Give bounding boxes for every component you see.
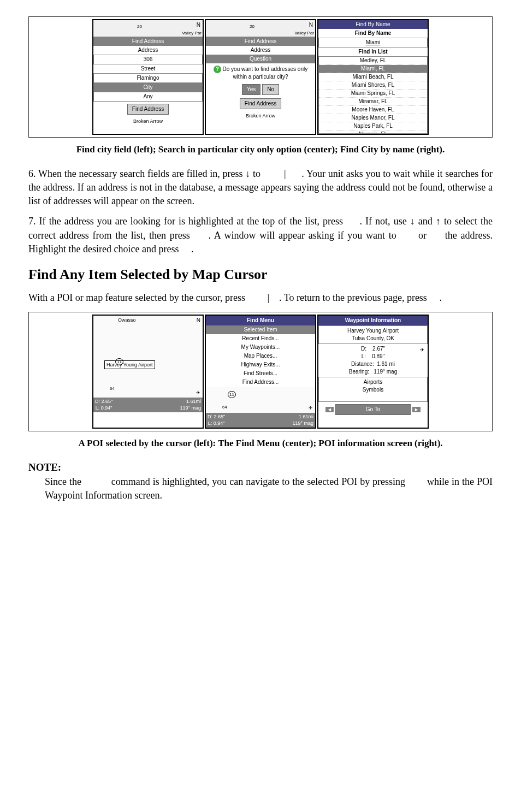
map-label: Valley Par — [182, 30, 202, 36]
city-label: Owasso — [118, 317, 136, 324]
list-item: Medley, FL — [319, 57, 427, 65]
menu-item: Selected Item — [206, 325, 315, 334]
note-block: NOTE: Since the command is highlighted, … — [28, 460, 493, 502]
step-7: 7. If the address you are looking for is… — [28, 215, 493, 256]
airplane-icon: ✈ — [420, 346, 424, 354]
question-panel: 20 N Valley Par Find Address Address Que… — [205, 19, 316, 135]
route-marker: 20 — [137, 23, 142, 29]
question-icon: ? — [214, 66, 221, 73]
airplane-icon: ✈ — [309, 405, 313, 412]
find-address-panel: 20 N Valley Par Find Address Address 306… — [92, 19, 204, 135]
street-label: Street — [93, 64, 203, 73]
menu-list: Selected Item Recent Finds... My Waypoin… — [206, 325, 315, 387]
address-label: Address — [206, 46, 315, 55]
map-cursor-panel: Owasso N Harvey Young Airport 11 64 ✈ D:… — [92, 315, 204, 429]
poi-label: Harvey Young Airport — [104, 360, 155, 370]
panel-title-2: Find By Name — [318, 29, 428, 38]
coords-box: D: 2.67" L: 0.89" Distance: 1.61 mi Bear… — [318, 344, 428, 377]
list-item: Miramar, FL — [319, 98, 427, 106]
figure-1-panels: 20 N Valley Par Find Address Address 306… — [28, 16, 493, 138]
compass-icon: N — [309, 21, 313, 29]
panel-title: Find Address — [206, 37, 315, 46]
panel-title: Find Address — [93, 37, 203, 46]
bottom-bar: D: 2.65"L: 0.94" 1.61mi119° mag — [206, 413, 315, 428]
route-icon: 64 — [110, 386, 115, 392]
list-item: Miami Beach, FL — [319, 73, 427, 81]
route-icon: 11 — [228, 391, 236, 398]
list-item: Naples Park, FL — [319, 122, 427, 131]
button-row: Find Address — [93, 102, 203, 117]
result-list: Medley, FL Miami, FL Miami Beach, FL Mia… — [318, 56, 428, 134]
city-value: Any — [93, 92, 203, 102]
category-box: Airports Symbols — [318, 377, 428, 402]
no-button: No — [262, 84, 279, 95]
down-arrow-icon: ↓ — [410, 216, 415, 227]
menu-item: My Waypoints... — [206, 343, 315, 352]
list-item: Miami, FL — [319, 65, 427, 73]
find-in-list-label: Find In List — [318, 48, 428, 56]
menu-item: Find Streets... — [206, 369, 315, 378]
down-arrow-icon: ↓ — [245, 168, 250, 179]
list-item: Naples Manor, FL — [319, 114, 427, 122]
menu-title: Find Menu — [206, 316, 315, 325]
figure-1-caption: Find city field (left); Search in partic… — [28, 143, 493, 156]
find-address-button: Find Address — [240, 98, 281, 109]
note-body: Since the command is highlighted, you ca… — [45, 475, 493, 502]
find-by-name-panel: Find By Name Find By Name Miami Find In … — [317, 19, 429, 135]
compass-icon: N — [197, 21, 200, 29]
map-label: Valley Par — [294, 30, 314, 36]
map-area: 20 N Valley Par — [206, 20, 315, 37]
yes-no-row: Yes No — [206, 83, 315, 96]
list-item: Naranja, FL — [319, 131, 427, 134]
route-icon: 64 — [222, 404, 227, 410]
question-box: ? Do you want to find addresses only wit… — [206, 63, 315, 83]
goto-row: ◄ Go To ► — [318, 402, 428, 417]
menu-item: Recent Finds... — [206, 334, 315, 343]
bottom-bar: D: 2.65"L: 0.94" 1.61mi119° mag — [93, 398, 203, 412]
map-view: Owasso N Harvey Young Airport 11 64 ✈ — [93, 316, 203, 398]
section-heading: Find Any Item Selected by Map Cursor — [28, 265, 493, 285]
address-label: Address — [93, 46, 203, 55]
name-input: Miami — [318, 38, 428, 48]
address-value: 306 — [93, 55, 203, 64]
panel-title: Waypoint Information — [318, 316, 428, 325]
step-6: 6. When the necessary search fields are … — [28, 167, 493, 209]
map-cursor-paragraph: With a POI or map feature selected by th… — [28, 291, 493, 305]
question-label: Question — [206, 55, 315, 63]
find-address-button: Find Address — [127, 104, 169, 115]
map-area: 20 N Valley Par — [93, 20, 203, 37]
menu-item: Find Address... — [206, 378, 315, 387]
compass-icon: N — [197, 317, 200, 324]
list-item: Miami Springs, FL — [319, 90, 427, 98]
menu-item: Map Places... — [206, 352, 315, 360]
list-item: Moore Haven, FL — [319, 106, 427, 114]
street-value: Flamingo — [93, 73, 203, 83]
up-arrow-icon: ↑ — [436, 216, 441, 227]
city-label: City — [93, 83, 203, 92]
route-marker: 20 — [250, 23, 254, 29]
list-item: Miami Shores, FL — [319, 81, 427, 90]
find-menu-panel: Find Menu Selected Item Recent Finds... … — [205, 315, 316, 429]
yes-button: Yes — [242, 84, 260, 95]
menu-item: Highway Exits... — [206, 360, 315, 369]
button-row: Find Address — [206, 96, 315, 111]
figure-2-panels: Owasso N Harvey Young Airport 11 64 ✈ D:… — [28, 312, 493, 431]
figure-2-caption: A POI selected by the cursor (left): The… — [28, 437, 493, 450]
map-footer: Broken Arrow — [93, 117, 203, 126]
route-icon: 11 — [115, 358, 123, 365]
figure-1: 20 N Valley Par Find Address Address 306… — [28, 16, 493, 156]
goto-button: Go To — [335, 404, 411, 415]
waypoint-info-panel: Waypoint Information Harvey Young Airpor… — [317, 315, 429, 429]
question-text: Do you want to find addresses only withi… — [223, 66, 308, 80]
map-view: 11 64 ✈ — [206, 387, 315, 413]
map-footer: Broken Arrow — [206, 111, 315, 121]
panel-title-1: Find By Name — [318, 20, 428, 29]
figure-2: Owasso N Harvey Young Airport 11 64 ✈ D:… — [28, 312, 493, 450]
note-heading: NOTE: — [28, 460, 493, 475]
airplane-icon: ✈ — [196, 389, 200, 396]
poi-name-box: Harvey Young Airport Tulsa County, OK — [318, 325, 428, 344]
